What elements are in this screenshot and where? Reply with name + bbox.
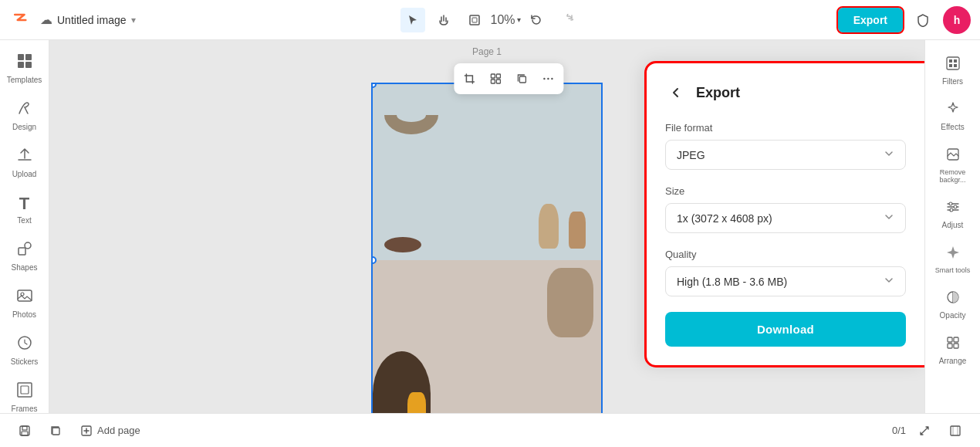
left-sidebar: Templates Design Upload T Text Shapes xyxy=(0,40,49,413)
redo-button[interactable] xyxy=(555,8,580,32)
size-select[interactable]: 1x (3072 x 4608 px) xyxy=(665,203,906,233)
topbar-right: Export h xyxy=(838,6,971,34)
page-count: 0/1 xyxy=(892,425,906,436)
svg-rect-17 xyxy=(519,76,525,83)
export-panel-title: Export xyxy=(696,85,740,101)
effects-icon xyxy=(945,101,961,120)
download-button[interactable]: Download xyxy=(665,312,906,347)
right-sidebar-item-arrange[interactable]: Arrange xyxy=(930,329,976,371)
svg-point-18 xyxy=(543,78,545,80)
right-sidebar-item-adjust[interactable]: Adjust xyxy=(930,193,976,235)
svg-point-28 xyxy=(954,205,957,208)
opacity-icon xyxy=(945,290,961,309)
svg-rect-38 xyxy=(52,428,59,435)
add-page-button[interactable]: Add page xyxy=(74,422,147,440)
crop-button[interactable] xyxy=(457,66,482,91)
sidebar-item-stickers[interactable]: Stickers xyxy=(3,328,46,372)
copy-button[interactable] xyxy=(43,422,68,440)
fullscreen-button[interactable] xyxy=(943,422,968,440)
canvas-image[interactable] xyxy=(371,83,603,413)
export-panel: Export File format JPEG Size 1x (3072 x … xyxy=(647,63,924,365)
sidebar-item-upload[interactable]: Upload xyxy=(3,141,46,185)
right-sidebar: Filters Effects Remove backgr... Adjust … xyxy=(924,40,980,413)
right-sidebar-item-effects[interactable]: Effects xyxy=(930,95,976,137)
bottom-bar: Add page 0/1 xyxy=(0,413,980,447)
expand-pages-button[interactable] xyxy=(912,422,937,440)
svg-point-7 xyxy=(25,242,31,249)
smart-tools-label: Smart tools xyxy=(935,266,971,274)
export-button[interactable]: Export xyxy=(838,8,903,32)
size-value: 1x (3072 x 4608 px) xyxy=(677,212,772,225)
svg-point-20 xyxy=(551,78,553,80)
topbar-tools: 10% ▾ xyxy=(400,8,580,32)
app-logo[interactable] xyxy=(9,8,34,32)
adjust-icon xyxy=(945,199,961,218)
sidebar-item-text[interactable]: T Text xyxy=(3,188,46,231)
frames-label: Frames xyxy=(12,405,38,413)
svg-rect-37 xyxy=(22,432,28,435)
size-chevron-icon xyxy=(884,212,894,225)
export-panel-header: Export xyxy=(665,82,906,103)
svg-rect-16 xyxy=(496,80,500,83)
file-format-select[interactable]: JPEG xyxy=(665,140,906,170)
text-icon: T xyxy=(19,194,29,214)
svg-rect-2 xyxy=(18,54,24,60)
templates-label: Templates xyxy=(7,76,42,84)
svg-rect-8 xyxy=(18,290,32,301)
save-button[interactable] xyxy=(12,422,37,440)
file-format-section: File format JPEG xyxy=(665,122,906,170)
opacity-label: Opacity xyxy=(940,311,966,320)
sidebar-item-templates[interactable]: Templates xyxy=(3,46,46,90)
svg-rect-22 xyxy=(949,59,952,63)
more-options-button[interactable] xyxy=(536,66,560,91)
svg-rect-4 xyxy=(18,62,24,68)
size-label: Size xyxy=(665,185,906,197)
sidebar-item-design[interactable]: Design xyxy=(3,93,46,137)
select-tool-button[interactable] xyxy=(400,8,425,32)
quality-label: Quality xyxy=(665,249,906,260)
svg-rect-23 xyxy=(954,59,957,63)
frame-tool-button[interactable] xyxy=(462,8,487,32)
design-label: Design xyxy=(12,123,36,131)
right-sidebar-item-remove-bg[interactable]: Remove backgr... xyxy=(930,141,976,190)
svg-rect-5 xyxy=(25,62,32,68)
svg-rect-12 xyxy=(21,386,29,394)
design-icon xyxy=(16,100,33,120)
canvas-area[interactable]: Page 1 xyxy=(49,40,924,413)
file-format-chevron-icon xyxy=(884,148,894,161)
stickers-icon xyxy=(16,334,33,355)
sidebar-item-frames[interactable]: Frames xyxy=(3,375,46,413)
sidebar-item-shapes[interactable]: Shapes xyxy=(3,234,46,278)
svg-point-29 xyxy=(950,208,953,212)
arrange-label: Arrange xyxy=(939,357,967,365)
svg-rect-21 xyxy=(947,57,959,69)
undo-button[interactable] xyxy=(524,8,549,32)
layout-button[interactable] xyxy=(483,66,508,91)
zoom-dropdown[interactable]: 10% ▾ xyxy=(493,8,518,32)
quality-value: High (1.8 MB - 3.6 MB) xyxy=(677,276,787,288)
upload-label: Upload xyxy=(12,170,37,178)
document-title-area[interactable]: ☁ Untitled image ▾ xyxy=(40,12,136,27)
document-title: Untitled image xyxy=(57,14,127,26)
remove-bg-label: Remove backgr... xyxy=(933,168,973,184)
hand-tool-button[interactable] xyxy=(431,8,456,32)
user-avatar-button[interactable]: h xyxy=(943,6,971,34)
quality-select[interactable]: High (1.8 MB - 3.6 MB) xyxy=(665,266,906,296)
file-format-value: JPEG xyxy=(677,149,705,161)
right-sidebar-item-smart-tools[interactable]: Smart tools xyxy=(930,239,976,280)
svg-rect-1 xyxy=(472,18,477,22)
right-sidebar-item-opacity[interactable]: Opacity xyxy=(930,283,976,326)
shapes-label: Shapes xyxy=(12,263,38,272)
shield-icon-button[interactable] xyxy=(909,6,937,34)
svg-rect-24 xyxy=(949,64,952,67)
svg-rect-13 xyxy=(491,74,495,78)
canvas-content xyxy=(371,83,603,413)
duplicate-button[interactable] xyxy=(509,66,534,91)
export-back-button[interactable] xyxy=(665,82,687,103)
svg-rect-36 xyxy=(22,426,27,430)
right-sidebar-item-filters[interactable]: Filters xyxy=(930,49,976,92)
sidebar-item-photos[interactable]: Photos xyxy=(3,281,46,325)
title-dropdown-icon[interactable]: ▾ xyxy=(131,15,136,25)
quality-chevron-icon xyxy=(884,275,894,288)
smart-tools-icon xyxy=(945,245,961,264)
